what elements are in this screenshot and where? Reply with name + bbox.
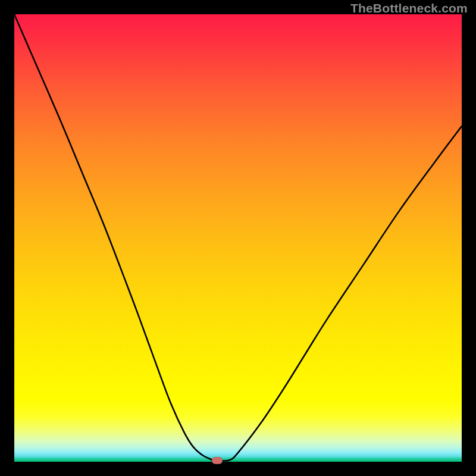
watermark-text: TheBottleneck.com xyxy=(350,1,468,15)
plot-area xyxy=(14,14,462,462)
bottleneck-curve-path xyxy=(14,14,462,461)
chart-frame: TheBottleneck.com xyxy=(0,0,476,476)
min-point-marker xyxy=(212,457,223,464)
curve-layer xyxy=(14,14,462,462)
